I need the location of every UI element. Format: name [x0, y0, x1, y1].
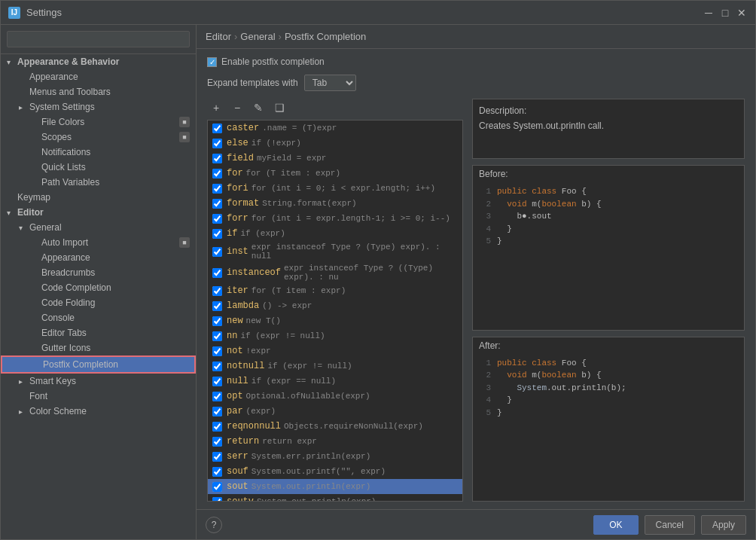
- sidebar-item-label: Postfix Completion: [43, 359, 118, 370]
- sidebar-item-notifications[interactable]: Notifications: [1, 145, 196, 160]
- sidebar-item-appearance[interactable]: Appearance: [1, 69, 196, 84]
- template-row[interactable]: optOptional.ofNullable(expr): [208, 389, 462, 404]
- template-checkbox[interactable]: [212, 268, 222, 278]
- template-row[interactable]: not!expr: [208, 343, 462, 358]
- sidebar-item-code-completion[interactable]: Code Completion: [1, 280, 196, 295]
- template-row[interactable]: instanceofexpr instanceof Type ? ((Type)…: [208, 262, 462, 283]
- sidebar-item-keymap[interactable]: Keymap: [1, 190, 196, 205]
- template-row[interactable]: soufSystem.out.printf("", expr): [208, 464, 462, 479]
- sidebar-item-label: Notifications: [41, 147, 90, 157]
- sidebar-item-code-folding[interactable]: Code Folding: [1, 295, 196, 310]
- sidebar-item-font[interactable]: Font: [1, 389, 196, 404]
- template-row[interactable]: soutvSystem.out.println(expr): [208, 494, 462, 502]
- sidebar-item-color-scheme[interactable]: ▸Color Scheme: [1, 404, 196, 419]
- template-checkbox[interactable]: [212, 497, 222, 502]
- template-row[interactable]: nullif (expr == null): [208, 374, 462, 389]
- template-checkbox[interactable]: [212, 467, 222, 477]
- template-checkbox[interactable]: [212, 377, 222, 386]
- template-checkbox[interactable]: [212, 169, 222, 178]
- sidebar-item-auto-import[interactable]: Auto Import■: [1, 235, 196, 250]
- sidebar-item-system-settings[interactable]: ▸System Settings: [1, 99, 196, 114]
- template-checkbox[interactable]: [212, 407, 222, 416]
- sidebar-item-path-variables[interactable]: Path Variables: [1, 175, 196, 190]
- template-row[interactable]: ifif (expr): [208, 226, 462, 241]
- template-checkbox[interactable]: [212, 139, 222, 148]
- template-row[interactable]: newnew T(): [208, 313, 462, 328]
- template-checkbox[interactable]: [212, 247, 222, 257]
- template-row[interactable]: forrfor (int i = expr.length-1; i >= 0; …: [208, 211, 462, 226]
- apply-button[interactable]: Apply: [701, 515, 746, 535]
- sidebar-item-appearance-behavior[interactable]: ▾Appearance & Behavior: [1, 54, 196, 69]
- template-row[interactable]: par(expr): [208, 404, 462, 419]
- remove-button[interactable]: −: [228, 99, 246, 117]
- template-key: reqnonnull: [227, 421, 281, 432]
- sidebar-item-menus-toolbars[interactable]: Menus and Toolbars: [1, 84, 196, 99]
- template-row[interactable]: forfor (T item : expr): [208, 166, 462, 181]
- template-checkbox[interactable]: [212, 362, 222, 371]
- template-checkbox[interactable]: [212, 154, 222, 163]
- template-checkbox[interactable]: [212, 452, 222, 462]
- template-desc: Objects.requireNonNull(expr): [284, 422, 423, 431]
- template-checkbox[interactable]: [212, 124, 222, 133]
- help-button[interactable]: ?: [206, 517, 222, 533]
- template-row[interactable]: instexpr instanceof Type ? (Type) expr).…: [208, 241, 462, 262]
- maximize-button[interactable]: □: [719, 7, 731, 19]
- template-key: null: [227, 376, 248, 386]
- template-row[interactable]: iterfor (T item : expr): [208, 283, 462, 298]
- sidebar-item-appearance-editor[interactable]: Appearance: [1, 250, 196, 265]
- template-checkbox[interactable]: [212, 422, 222, 432]
- minimize-button[interactable]: ─: [703, 7, 715, 19]
- badge-icon: ■: [179, 117, 190, 127]
- template-row[interactable]: nnif (expr != null): [208, 328, 462, 343]
- template-checkbox[interactable]: [212, 437, 222, 447]
- breadcrumb-sep1: ›: [234, 31, 237, 42]
- sidebar-item-scopes[interactable]: Scopes■: [1, 130, 196, 145]
- template-row[interactable]: elseif (!expr): [208, 136, 462, 151]
- copy-button[interactable]: ❑: [270, 99, 288, 117]
- template-row[interactable]: returnreturn expr: [208, 434, 462, 449]
- sidebar-item-editor[interactable]: ▾Editor: [1, 205, 196, 220]
- sidebar-item-postfix-completion[interactable]: Postfix Completion: [1, 355, 196, 374]
- enable-checkbox[interactable]: ✓: [207, 57, 217, 67]
- template-checkbox[interactable]: [212, 346, 222, 356]
- ok-button[interactable]: OK: [593, 515, 638, 535]
- sidebar-item-file-colors[interactable]: File Colors■: [1, 114, 196, 130]
- edit-button[interactable]: ✎: [249, 99, 267, 117]
- template-checkbox[interactable]: [212, 214, 222, 224]
- template-row[interactable]: serrSystem.err.println(expr): [208, 449, 462, 464]
- template-checkbox[interactable]: [212, 331, 222, 341]
- sidebar-item-editor-tabs[interactable]: Editor Tabs: [1, 325, 196, 340]
- template-row[interactable]: caster.name = (T)expr: [208, 121, 462, 136]
- template-row[interactable]: notnullif (expr != null): [208, 358, 462, 374]
- template-key: inst: [227, 246, 248, 257]
- template-checkbox[interactable]: [212, 316, 222, 326]
- before-label: Before:: [473, 166, 744, 182]
- template-row[interactable]: fieldmyField = expr: [208, 151, 462, 166]
- sidebar-item-console[interactable]: Console: [1, 310, 196, 325]
- add-button[interactable]: +: [207, 99, 225, 117]
- template-checkbox[interactable]: [212, 392, 222, 401]
- close-button[interactable]: ✕: [736, 7, 748, 19]
- sidebar-item-breadcrumbs[interactable]: Breadcrumbs: [1, 265, 196, 280]
- line-code: public class Foo {: [497, 357, 587, 370]
- template-checkbox[interactable]: [212, 184, 222, 194]
- sidebar-item-gutter-icons[interactable]: Gutter Icons: [1, 340, 196, 355]
- expand-select[interactable]: Tab Space Enter: [304, 75, 356, 91]
- template-key: nn: [227, 331, 237, 341]
- sidebar-item-smart-keys[interactable]: ▸Smart Keys: [1, 374, 196, 389]
- template-row[interactable]: formatString.format(expr): [208, 196, 462, 211]
- template-row[interactable]: forifor (int i = 0; i < expr.length; i++…: [208, 181, 462, 196]
- template-checkbox[interactable]: [212, 229, 222, 239]
- sidebar-item-general[interactable]: ▾General: [1, 220, 196, 235]
- template-checkbox[interactable]: [212, 199, 222, 209]
- template-checkbox[interactable]: [212, 286, 222, 296]
- template-row[interactable]: reqnonnullObjects.requireNonNull(expr): [208, 419, 462, 434]
- cancel-button[interactable]: Cancel: [645, 515, 695, 535]
- sidebar-item-quick-lists[interactable]: Quick Lists: [1, 160, 196, 175]
- template-row[interactable]: soutSystem.out.println(expr): [208, 479, 462, 494]
- search-input[interactable]: [7, 31, 190, 47]
- template-checkbox[interactable]: [212, 301, 222, 311]
- template-list[interactable]: caster.name = (T)exprelseif (!expr)field…: [207, 120, 463, 502]
- template-row[interactable]: lambda() -> expr: [208, 298, 462, 313]
- template-checkbox[interactable]: [212, 482, 222, 492]
